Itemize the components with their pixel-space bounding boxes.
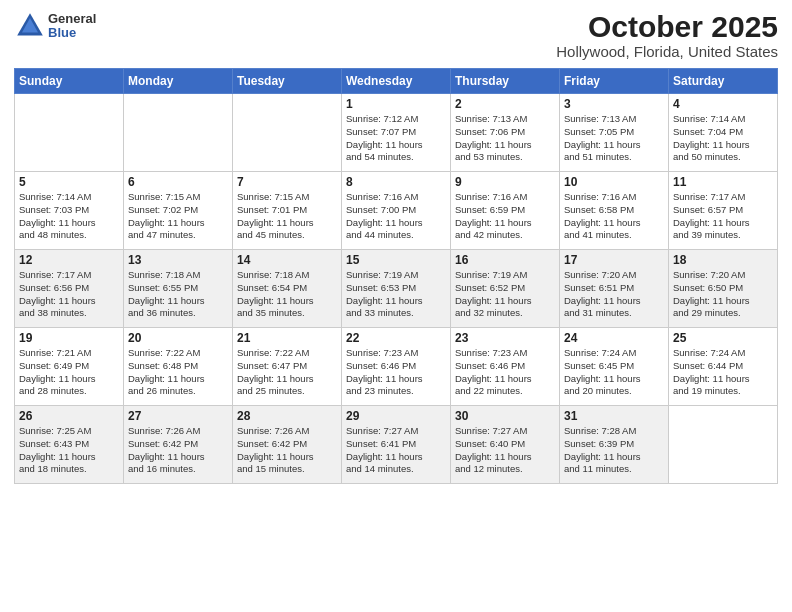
col-friday: Friday bbox=[560, 69, 669, 94]
calendar-week-1: 1Sunrise: 7:12 AM Sunset: 7:07 PM Daylig… bbox=[15, 94, 778, 172]
day-info: Sunrise: 7:19 AM Sunset: 6:52 PM Dayligh… bbox=[455, 269, 555, 320]
day-info: Sunrise: 7:13 AM Sunset: 7:06 PM Dayligh… bbox=[455, 113, 555, 164]
table-row: 15Sunrise: 7:19 AM Sunset: 6:53 PM Dayli… bbox=[342, 250, 451, 328]
day-info: Sunrise: 7:23 AM Sunset: 6:46 PM Dayligh… bbox=[455, 347, 555, 398]
day-info: Sunrise: 7:26 AM Sunset: 6:42 PM Dayligh… bbox=[237, 425, 337, 476]
day-info: Sunrise: 7:24 AM Sunset: 6:45 PM Dayligh… bbox=[564, 347, 664, 398]
day-number: 4 bbox=[673, 97, 773, 111]
table-row: 19Sunrise: 7:21 AM Sunset: 6:49 PM Dayli… bbox=[15, 328, 124, 406]
day-number: 26 bbox=[19, 409, 119, 423]
table-row: 13Sunrise: 7:18 AM Sunset: 6:55 PM Dayli… bbox=[124, 250, 233, 328]
day-number: 8 bbox=[346, 175, 446, 189]
col-saturday: Saturday bbox=[669, 69, 778, 94]
table-row: 11Sunrise: 7:17 AM Sunset: 6:57 PM Dayli… bbox=[669, 172, 778, 250]
day-info: Sunrise: 7:14 AM Sunset: 7:04 PM Dayligh… bbox=[673, 113, 773, 164]
day-number: 29 bbox=[346, 409, 446, 423]
title-block: October 2025 Hollywood, Florida, United … bbox=[556, 10, 778, 60]
day-number: 19 bbox=[19, 331, 119, 345]
day-info: Sunrise: 7:28 AM Sunset: 6:39 PM Dayligh… bbox=[564, 425, 664, 476]
day-info: Sunrise: 7:14 AM Sunset: 7:03 PM Dayligh… bbox=[19, 191, 119, 242]
table-row: 3Sunrise: 7:13 AM Sunset: 7:05 PM Daylig… bbox=[560, 94, 669, 172]
day-number: 25 bbox=[673, 331, 773, 345]
logo-icon bbox=[14, 10, 46, 42]
day-info: Sunrise: 7:16 AM Sunset: 7:00 PM Dayligh… bbox=[346, 191, 446, 242]
day-info: Sunrise: 7:23 AM Sunset: 6:46 PM Dayligh… bbox=[346, 347, 446, 398]
day-info: Sunrise: 7:25 AM Sunset: 6:43 PM Dayligh… bbox=[19, 425, 119, 476]
logo-general-text: General bbox=[48, 12, 96, 26]
day-number: 21 bbox=[237, 331, 337, 345]
calendar-week-4: 19Sunrise: 7:21 AM Sunset: 6:49 PM Dayli… bbox=[15, 328, 778, 406]
table-row: 12Sunrise: 7:17 AM Sunset: 6:56 PM Dayli… bbox=[15, 250, 124, 328]
day-number: 31 bbox=[564, 409, 664, 423]
day-number: 5 bbox=[19, 175, 119, 189]
page-container: General Blue October 2025 Hollywood, Flo… bbox=[0, 0, 792, 494]
day-number: 2 bbox=[455, 97, 555, 111]
table-row: 10Sunrise: 7:16 AM Sunset: 6:58 PM Dayli… bbox=[560, 172, 669, 250]
day-number: 14 bbox=[237, 253, 337, 267]
table-row: 18Sunrise: 7:20 AM Sunset: 6:50 PM Dayli… bbox=[669, 250, 778, 328]
day-info: Sunrise: 7:24 AM Sunset: 6:44 PM Dayligh… bbox=[673, 347, 773, 398]
col-sunday: Sunday bbox=[15, 69, 124, 94]
table-row: 14Sunrise: 7:18 AM Sunset: 6:54 PM Dayli… bbox=[233, 250, 342, 328]
day-info: Sunrise: 7:15 AM Sunset: 7:01 PM Dayligh… bbox=[237, 191, 337, 242]
day-number: 10 bbox=[564, 175, 664, 189]
day-info: Sunrise: 7:26 AM Sunset: 6:42 PM Dayligh… bbox=[128, 425, 228, 476]
day-number: 1 bbox=[346, 97, 446, 111]
table-row: 20Sunrise: 7:22 AM Sunset: 6:48 PM Dayli… bbox=[124, 328, 233, 406]
day-info: Sunrise: 7:13 AM Sunset: 7:05 PM Dayligh… bbox=[564, 113, 664, 164]
day-info: Sunrise: 7:16 AM Sunset: 6:58 PM Dayligh… bbox=[564, 191, 664, 242]
table-row: 6Sunrise: 7:15 AM Sunset: 7:02 PM Daylig… bbox=[124, 172, 233, 250]
logo-blue-text: Blue bbox=[48, 26, 96, 40]
col-monday: Monday bbox=[124, 69, 233, 94]
table-row: 4Sunrise: 7:14 AM Sunset: 7:04 PM Daylig… bbox=[669, 94, 778, 172]
table-row bbox=[233, 94, 342, 172]
calendar-week-2: 5Sunrise: 7:14 AM Sunset: 7:03 PM Daylig… bbox=[15, 172, 778, 250]
col-thursday: Thursday bbox=[451, 69, 560, 94]
day-number: 22 bbox=[346, 331, 446, 345]
day-number: 20 bbox=[128, 331, 228, 345]
day-number: 11 bbox=[673, 175, 773, 189]
table-row: 29Sunrise: 7:27 AM Sunset: 6:41 PM Dayli… bbox=[342, 406, 451, 484]
table-row: 28Sunrise: 7:26 AM Sunset: 6:42 PM Dayli… bbox=[233, 406, 342, 484]
table-row: 21Sunrise: 7:22 AM Sunset: 6:47 PM Dayli… bbox=[233, 328, 342, 406]
day-number: 30 bbox=[455, 409, 555, 423]
day-info: Sunrise: 7:18 AM Sunset: 6:55 PM Dayligh… bbox=[128, 269, 228, 320]
table-row: 27Sunrise: 7:26 AM Sunset: 6:42 PM Dayli… bbox=[124, 406, 233, 484]
day-info: Sunrise: 7:27 AM Sunset: 6:40 PM Dayligh… bbox=[455, 425, 555, 476]
day-info: Sunrise: 7:16 AM Sunset: 6:59 PM Dayligh… bbox=[455, 191, 555, 242]
day-number: 3 bbox=[564, 97, 664, 111]
calendar-week-3: 12Sunrise: 7:17 AM Sunset: 6:56 PM Dayli… bbox=[15, 250, 778, 328]
day-info: Sunrise: 7:15 AM Sunset: 7:02 PM Dayligh… bbox=[128, 191, 228, 242]
day-info: Sunrise: 7:19 AM Sunset: 6:53 PM Dayligh… bbox=[346, 269, 446, 320]
table-row: 31Sunrise: 7:28 AM Sunset: 6:39 PM Dayli… bbox=[560, 406, 669, 484]
day-info: Sunrise: 7:20 AM Sunset: 6:51 PM Dayligh… bbox=[564, 269, 664, 320]
table-row: 7Sunrise: 7:15 AM Sunset: 7:01 PM Daylig… bbox=[233, 172, 342, 250]
table-row bbox=[124, 94, 233, 172]
day-info: Sunrise: 7:21 AM Sunset: 6:49 PM Dayligh… bbox=[19, 347, 119, 398]
day-number: 23 bbox=[455, 331, 555, 345]
day-number: 6 bbox=[128, 175, 228, 189]
day-info: Sunrise: 7:18 AM Sunset: 6:54 PM Dayligh… bbox=[237, 269, 337, 320]
day-number: 12 bbox=[19, 253, 119, 267]
day-number: 9 bbox=[455, 175, 555, 189]
logo-text: General Blue bbox=[48, 12, 96, 41]
table-row: 5Sunrise: 7:14 AM Sunset: 7:03 PM Daylig… bbox=[15, 172, 124, 250]
calendar-table: Sunday Monday Tuesday Wednesday Thursday… bbox=[14, 68, 778, 484]
day-info: Sunrise: 7:22 AM Sunset: 6:48 PM Dayligh… bbox=[128, 347, 228, 398]
table-row bbox=[669, 406, 778, 484]
day-number: 15 bbox=[346, 253, 446, 267]
table-row: 17Sunrise: 7:20 AM Sunset: 6:51 PM Dayli… bbox=[560, 250, 669, 328]
table-row: 23Sunrise: 7:23 AM Sunset: 6:46 PM Dayli… bbox=[451, 328, 560, 406]
day-info: Sunrise: 7:20 AM Sunset: 6:50 PM Dayligh… bbox=[673, 269, 773, 320]
table-row: 30Sunrise: 7:27 AM Sunset: 6:40 PM Dayli… bbox=[451, 406, 560, 484]
col-wednesday: Wednesday bbox=[342, 69, 451, 94]
day-number: 28 bbox=[237, 409, 337, 423]
calendar-title: October 2025 bbox=[556, 10, 778, 43]
table-row: 2Sunrise: 7:13 AM Sunset: 7:06 PM Daylig… bbox=[451, 94, 560, 172]
table-row: 26Sunrise: 7:25 AM Sunset: 6:43 PM Dayli… bbox=[15, 406, 124, 484]
logo: General Blue bbox=[14, 10, 96, 42]
day-number: 16 bbox=[455, 253, 555, 267]
day-info: Sunrise: 7:22 AM Sunset: 6:47 PM Dayligh… bbox=[237, 347, 337, 398]
day-info: Sunrise: 7:12 AM Sunset: 7:07 PM Dayligh… bbox=[346, 113, 446, 164]
table-row: 24Sunrise: 7:24 AM Sunset: 6:45 PM Dayli… bbox=[560, 328, 669, 406]
